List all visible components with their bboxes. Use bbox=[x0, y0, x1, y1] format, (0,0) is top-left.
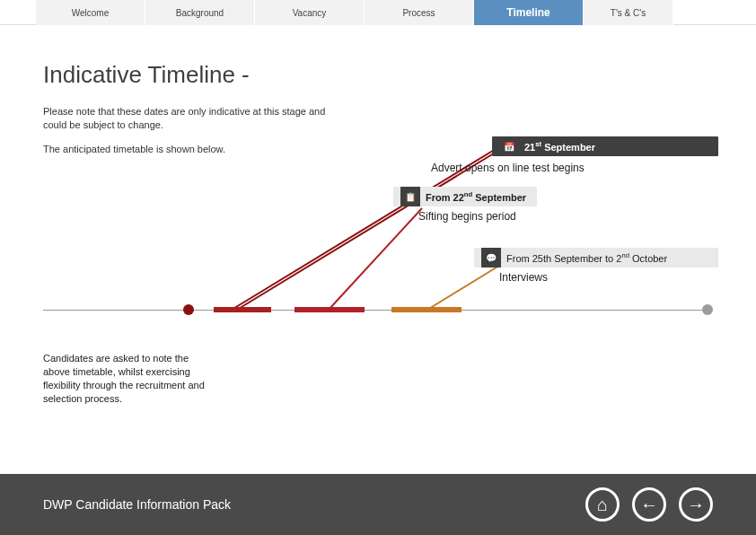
page-title: Indicative Timeline - bbox=[43, 61, 713, 89]
timeline-segment-3 bbox=[391, 307, 462, 312]
timeline-line bbox=[43, 310, 713, 311]
candidate-note: Candidates are asked to note the above t… bbox=[43, 352, 214, 405]
home-icon: ⌂ bbox=[597, 495, 608, 515]
event-1-desc: Advert opens on line test begins bbox=[431, 162, 585, 174]
event-1-date: 21st September bbox=[524, 140, 595, 153]
footer-nav: ⌂ ← → bbox=[585, 487, 713, 522]
tab-welcome[interactable]: Welcome bbox=[36, 0, 145, 25]
timeline-base bbox=[43, 303, 713, 316]
event-3-date: From 25th September to 2nd October bbox=[506, 251, 667, 264]
event-3-bar: 💬 From 25th September to 2nd October bbox=[474, 248, 718, 268]
tab-process[interactable]: Process bbox=[365, 0, 474, 25]
tab-tsandcs[interactable]: T's & C's bbox=[584, 0, 673, 25]
footer: DWP Candidate Information Pack ⌂ ← → bbox=[0, 474, 756, 535]
timeline-segment-2 bbox=[294, 307, 365, 312]
event-2-desc: Sifting begins period bbox=[418, 210, 516, 223]
tab-timeline[interactable]: Timeline bbox=[474, 0, 584, 25]
timeline-start-dot[interactable] bbox=[183, 304, 194, 315]
footer-title: DWP Candidate Information Pack bbox=[43, 497, 585, 512]
event-2-bar: 📋 From 22nd September bbox=[393, 187, 537, 206]
svg-line-2 bbox=[329, 208, 422, 310]
next-button[interactable]: → bbox=[679, 487, 713, 522]
timeline-segment-1 bbox=[214, 307, 271, 312]
event-1-bar: 📅 21st September bbox=[492, 136, 718, 156]
calendar-icon: 📅 bbox=[499, 136, 519, 156]
tab-vacancy[interactable]: Vacancy bbox=[255, 0, 365, 25]
home-button[interactable]: ⌂ bbox=[585, 487, 620, 522]
chat-icon: 💬 bbox=[481, 248, 501, 268]
tab-background[interactable]: Background bbox=[145, 0, 255, 25]
intro-paragraph-1: Please note that these dates are only in… bbox=[43, 105, 339, 132]
timeline-end-dot bbox=[702, 304, 713, 315]
intro-paragraph-2: The anticipated timetable is shown below… bbox=[43, 143, 339, 156]
prev-button[interactable]: ← bbox=[632, 487, 666, 522]
tab-bar: Welcome Background Vacancy Process Timel… bbox=[0, 0, 756, 25]
arrow-left-icon: ← bbox=[640, 495, 658, 515]
event-3-desc: Interviews bbox=[499, 271, 548, 284]
arrow-right-icon: → bbox=[687, 495, 705, 515]
event-2-date: From 22nd September bbox=[426, 190, 526, 203]
clipboard-icon: 📋 bbox=[400, 187, 420, 206]
